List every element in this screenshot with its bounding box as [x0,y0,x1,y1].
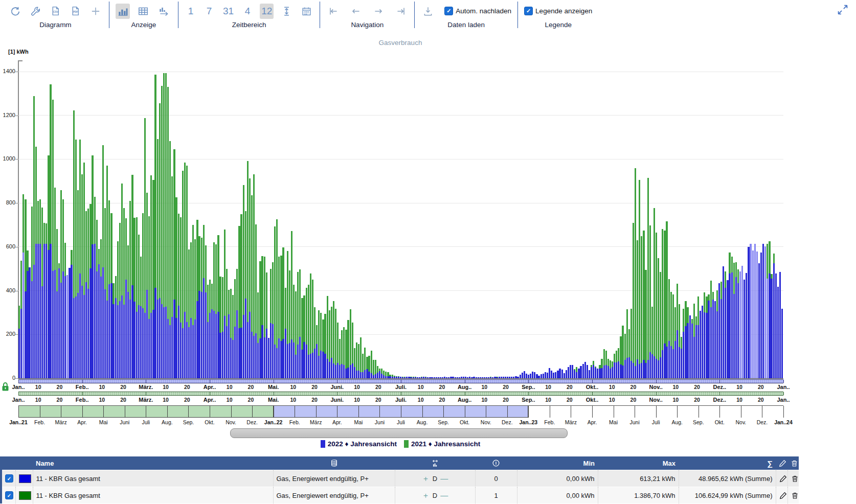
settings-button[interactable] [29,4,42,19]
nav-last-button[interactable] [394,4,408,19]
chart-view-button[interactable] [116,4,130,19]
navigator-2022-strip[interactable] [18,379,783,383]
x-sub-label: 10 [418,384,424,390]
range-4-button[interactable]: 4 [241,4,254,19]
timeline-scrollbar[interactable] [230,428,568,438]
fit-range-button[interactable] [280,4,294,19]
x-sub-label: 20 [694,397,700,403]
lock-icon[interactable] [2,382,9,392]
month-tick [82,392,83,395]
add-button[interactable] [88,4,103,19]
timeline-month-label: Mai [99,419,108,425]
chart-shift-button[interactable] [156,4,172,19]
timeline-month-tick [656,406,657,418]
month-tick [719,380,720,383]
sum-icon: ∑ [767,459,773,468]
range-1-day-button[interactable]: 1 [185,4,197,19]
table-view-button[interactable] [136,4,150,19]
x-sub-label: 10 [545,384,551,390]
row-checkbox[interactable] [5,491,13,499]
timeline-month-label: Sep. [183,419,194,425]
fullscreen-button[interactable] [836,3,850,17]
row-delete-button[interactable] [787,470,799,487]
toolbar-group-anzeige: Anzeige [109,0,178,29]
series-color-swatch[interactable] [19,491,31,500]
autoload-checkbox[interactable] [444,7,453,15]
x-month-label: Dez.. [713,397,726,403]
x-axis-baseline [18,378,783,379]
timeline-month-tick [146,406,146,418]
timeline-month-label: Aug. [417,419,428,425]
range-12-months-button[interactable]: 12 [260,4,274,19]
load-data-button[interactable] [421,4,435,19]
arrow-left-icon [350,7,362,16]
navigator-2021-strip[interactable] [18,392,783,396]
x-sub-label: 20 [439,384,445,390]
header-delete [787,456,799,470]
resolution-decrease-icon[interactable]: ― [440,474,448,483]
x-month-label: Mai. [268,384,279,390]
timeline-month-label: Juni [629,419,639,425]
x-sub-label: 20 [439,397,445,403]
month-tick [337,392,337,395]
edit-icon [779,460,786,467]
export-csv-button[interactable]: CSV [49,4,62,19]
resolution-increase-icon[interactable]: ＋ [422,491,430,499]
row-edit-button[interactable] [776,470,787,487]
month-tick [783,380,784,383]
header-name: Name [33,456,273,470]
range-31-days-button[interactable]: 31 [221,4,235,19]
table-row: 11 - KBR Gas gesamt Gas, Energiewert end… [2,487,799,504]
row-delete-button[interactable] [787,487,799,504]
legend-item-2021[interactable]: 2021 ♦ Jahresansicht [404,440,480,448]
x-sub-label: 20 [120,397,126,403]
row-sum: 106.624,99 kWh (Summe) [679,487,776,504]
legend-item-2022[interactable]: 2022 ♦ Jahresansicht [321,440,397,448]
navigator-2021-axis-labels: Jan..1020Feb..1020März.1020Apr..1020Mai.… [18,397,783,403]
chart-legend: 2022 ♦ Jahresansicht 2021 ♦ Jahresansich… [0,440,801,448]
y-tick [15,334,18,335]
resolution-increase-icon[interactable]: ＋ [422,474,430,483]
x-sub-label: 20 [758,384,764,390]
row-checkbox[interactable] [5,474,13,483]
x-sub-label: 20 [375,384,381,390]
row-min: 0,00 kWh [517,487,598,504]
header-min: Min [517,456,598,470]
timeline-month-label: Juni [120,419,129,425]
nav-prev-button[interactable] [349,4,363,19]
calendar-button[interactable] [300,4,313,19]
month-tick [18,392,19,395]
series-color-swatch[interactable] [19,474,31,483]
row-edit-button[interactable] [776,487,787,504]
x-sub-label: 10 [736,397,742,403]
month-tick [274,392,274,395]
x-month-label: Juni. [330,397,344,403]
timeline-month-label: Sep. [438,419,449,425]
timeline-month-tick [507,406,508,418]
month-tick [210,380,210,383]
nav-next-button[interactable] [371,4,386,19]
group-label-daten-laden: Daten laden [447,21,485,29]
timeline-month-tick [188,406,189,418]
y-tick-label: 0 [0,375,15,381]
x-sub-label: 10 [163,384,169,390]
table-row: 11 - KBR Gas gesamt Gas, Energiewert end… [2,470,799,487]
nav-first-button[interactable] [326,4,341,19]
range-7-days-button[interactable]: 7 [203,4,215,19]
row-datasource: Gas, Energiewert endgültig, P+ [273,487,395,504]
x-sub-label: 10 [35,397,41,403]
resolution-decrease-icon[interactable]: ― [440,491,448,499]
x-sub-label: 10 [736,384,742,390]
row-sum: 48.965,62 kWh (Summe) [679,470,776,487]
y-tick [15,116,18,116]
month-tick [337,380,337,383]
x-month-label: Apr.. [204,384,216,390]
y-tick [15,291,18,291]
timeline-month-tick [82,406,83,418]
show-legend-checkbox[interactable] [524,7,533,15]
timeline-year-band[interactable] [18,405,783,418]
header-offset [475,456,517,470]
range-4-label: 4 [245,6,251,16]
export-pdf-button[interactable]: PDF [69,4,82,19]
header-edit [776,456,787,470]
